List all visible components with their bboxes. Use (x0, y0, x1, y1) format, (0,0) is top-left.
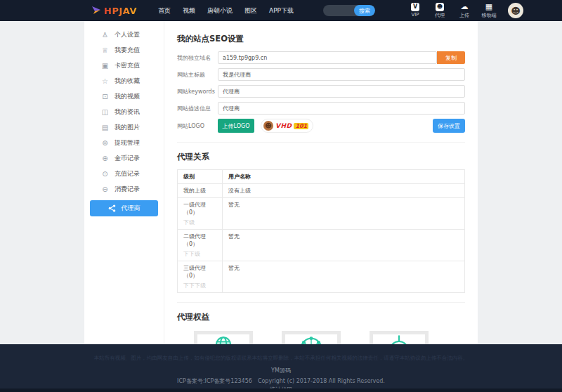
qr-code-icon: ▦ (485, 3, 492, 11)
vip-icon: V (411, 3, 419, 11)
level-text: 二级代理（0） (183, 233, 206, 247)
user-sidebar: ♙ 个人设置 ♕ 我要充值 ▣ 卡密充值 ☆ 我的收藏 ⊡ 我的视频 ◫ 我的资… (84, 21, 164, 344)
mobile-label: 移动端 (482, 12, 497, 19)
globe-hand-icon (207, 334, 240, 344)
site-title-input[interactable] (218, 68, 465, 81)
main-area: ♙ 个人设置 ♕ 我要充值 ▣ 卡密充值 ☆ 我的收藏 ⊡ 我的视频 ◫ 我的资… (0, 21, 562, 344)
upload-action[interactable]: ☁ 上传 (457, 3, 472, 19)
footer-copyright: ICP备案号:ICP备案号123456 Copyright (c) 2017-2… (0, 377, 562, 385)
sidebar-label: 我的收藏 (115, 77, 140, 86)
nav-item-videos[interactable]: 视频 (183, 6, 195, 15)
table-header-row: 级别 用户名称 (178, 170, 465, 184)
user-cell: 暂无 (223, 261, 465, 293)
upload-logo-button[interactable]: 上传LOGO (218, 119, 254, 133)
vip-action[interactable]: V VIP (407, 3, 423, 19)
nav-item-pictures[interactable]: 图区 (244, 6, 257, 15)
level-text: 一级代理（0） (183, 202, 206, 216)
upload-label: 上传 (459, 12, 469, 19)
site-title-row: 网站主标题 (177, 68, 465, 81)
nav-item-home[interactable]: 首页 (158, 6, 171, 15)
keywords-label: 网站keywords (177, 88, 218, 96)
benefit-card-domain: 独立域名 (194, 331, 253, 344)
recharge-record-icon: ⊙ (101, 170, 109, 178)
logo-brand-number: 101 (294, 123, 308, 129)
keywords-row: 网站keywords (177, 85, 465, 98)
star-icon: ☆ (101, 77, 109, 85)
sidebar-item-my-videos[interactable]: ⊡ 我的视频 (84, 89, 164, 104)
book-icon: ◫ (101, 108, 109, 116)
cloud-upload-icon: ☁ (461, 3, 469, 11)
search-button[interactable]: 搜索 (354, 5, 375, 16)
sidebar-item-my-news[interactable]: ◫ 我的资讯 (84, 105, 164, 119)
vip-label: VIP (411, 12, 419, 18)
save-settings-button[interactable]: 保存设置 (433, 119, 465, 133)
user-cell: 暂无 (223, 230, 465, 261)
relations-section-title: 代理关系 (177, 152, 465, 162)
logo-mark-icon (91, 4, 101, 18)
user-avatar[interactable]: ☻ (508, 3, 523, 18)
target-coins-icon (383, 334, 415, 344)
logo-brand-text: VHD (275, 122, 292, 129)
level-cell: 一级代理（0） 下级 (178, 198, 223, 230)
site-title-label: 网站主标题 (177, 71, 218, 79)
sidebar-item-withdraw[interactable]: ⊛ 提现管理 (84, 136, 164, 150)
crown-icon: ♕ (101, 46, 109, 54)
benefit-card-earnings: 无限收益 (370, 331, 429, 344)
level-cell: 三级代理（0） 下下下级 (178, 261, 223, 293)
keywords-input[interactable] (218, 85, 465, 98)
card-graphic (370, 331, 429, 344)
sidebar-item-recharge-records[interactable]: ⊙ 充值记录 (84, 166, 164, 181)
card-graphic (282, 331, 341, 344)
content-panel: ♙ 个人设置 ♕ 我要充值 ▣ 卡密充值 ☆ 我的收藏 ⊡ 我的视频 ◫ 我的资… (84, 21, 478, 344)
sidebar-label: 卡密充值 (115, 61, 140, 70)
footer-bottom-strip (0, 388, 562, 392)
agent-action[interactable]: ☻ 代理 (432, 3, 447, 19)
sidebar-label: 代理商 (122, 204, 140, 213)
description-input[interactable] (218, 102, 465, 115)
sidebar-label: 提现管理 (115, 138, 140, 148)
copy-button[interactable]: 复制 (437, 51, 465, 64)
sidebar-item-favorites[interactable]: ☆ 我的收藏 (84, 74, 164, 89)
withdraw-icon: ⊛ (101, 139, 109, 147)
sidebar-label: 我的图片 (115, 123, 140, 132)
image-icon: ▤ (101, 124, 109, 131)
card-icon: ▣ (101, 62, 109, 70)
sidebar-label: 消费记录 (115, 185, 140, 194)
sidebar-item-recharge[interactable]: ♕ 我要充值 (84, 43, 164, 58)
agent-icon: ☻ (436, 3, 444, 11)
sidebar-item-agent[interactable]: 代理商 (90, 200, 158, 216)
search-input[interactable] (323, 8, 354, 14)
sidebar-item-coin-records[interactable]: ⊕ 金币记录 (84, 151, 164, 166)
benefit-cards: 独立域名 (177, 329, 465, 344)
site-logo-link[interactable]: HPJAV (91, 4, 137, 18)
main-nav: 首页 视频 唐朝小说 图区 APP下载 (158, 6, 294, 15)
sidebar-item-card-recharge[interactable]: ▣ 卡密充值 (84, 58, 164, 73)
logo-row: 网站LOGO 上传LOGO ☻ VHD 101 保存设置 (177, 119, 465, 133)
agent-label: 代理 (435, 12, 445, 19)
description-label: 网站描述信息 (177, 105, 218, 112)
mobile-action[interactable]: ▦ 移动端 (481, 3, 497, 19)
description-row: 网站描述信息 (177, 102, 465, 115)
page-footer: 本站所有视频、图片，均由网友自由上传，如有侵犯您的版权请联系本站将立即删除，本站… (0, 344, 562, 392)
domain-input[interactable] (218, 51, 437, 64)
nav-item-novels[interactable]: 唐朝小说 (207, 6, 233, 15)
sidebar-label: 我要充值 (115, 46, 140, 55)
table-row: 我的上级 没有上级 (178, 184, 465, 198)
logo-text: HPJAV (104, 6, 137, 16)
sidebar-item-spend-records[interactable]: ⊖ 消费记录 (84, 182, 164, 197)
sidebar-item-my-pictures[interactable]: ▤ 我的图片 (84, 120, 164, 135)
footer-disclaimer: 本站所有视频、图片，均由网友自由上传，如有侵犯您的版权请联系本站将立即删除，本站… (0, 355, 562, 362)
section-divider (177, 142, 465, 143)
site-logo-preview: ☻ VHD 101 (261, 119, 313, 133)
level-cell: 二级代理（0） 下下级 (178, 230, 223, 261)
nav-item-app-download[interactable]: APP下载 (269, 6, 294, 15)
section-divider (177, 302, 465, 303)
level-text: 三级代理（0） (183, 265, 206, 279)
header-quick-actions: V VIP ☻ 代理 ☁ 上传 ▦ 移动端 (407, 3, 497, 19)
sidebar-item-personal-settings[interactable]: ♙ 个人设置 (84, 27, 164, 42)
agent-settings-content: 我的站点SEO设置 我的独立域名 复制 网站主标题 网站keywords 网站描… (164, 21, 478, 344)
user-cell: 没有上级 (223, 184, 465, 198)
sidebar-label: 金币记录 (115, 154, 140, 163)
sidebar-label: 充值记录 (115, 169, 140, 178)
user-icon: ♙ (101, 31, 109, 39)
